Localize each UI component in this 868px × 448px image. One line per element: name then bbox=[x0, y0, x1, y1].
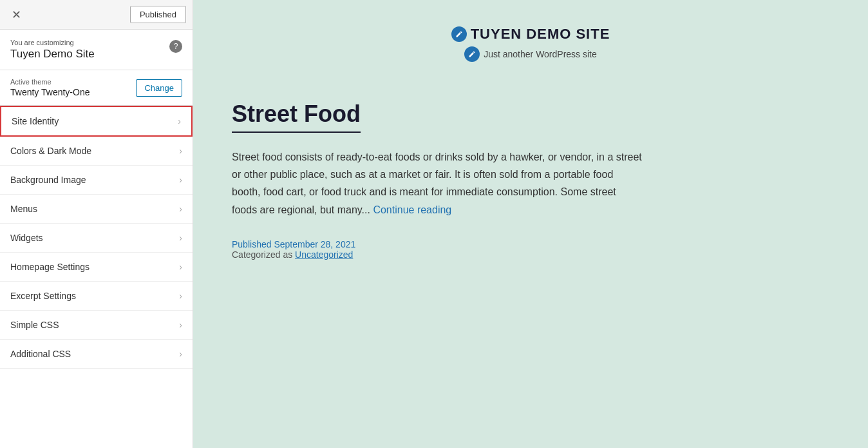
chevron-right-icon: › bbox=[179, 233, 182, 243]
active-theme-label: Active theme bbox=[10, 78, 90, 86]
customizing-label: You are customizing bbox=[10, 39, 95, 46]
chevron-right-icon: › bbox=[179, 262, 182, 272]
category-link[interactable]: Uncategorized bbox=[295, 249, 353, 260]
sidebar-menu-item-excerpt-settings[interactable]: Excerpt Settings› bbox=[0, 282, 193, 311]
sidebar-menu-item-colors--dark-mode[interactable]: Colors & Dark Mode› bbox=[0, 137, 193, 166]
menu-item-label: Widgets bbox=[10, 233, 43, 243]
preview-site-header: TUYEN DEMO SITE Just another WordPress s… bbox=[232, 26, 829, 62]
preview-article: Street Food Street food consists of read… bbox=[232, 101, 644, 260]
preview-site-title: TUYEN DEMO SITE bbox=[232, 26, 829, 43]
sidebar-menu-item-menus[interactable]: Menus› bbox=[0, 195, 193, 224]
close-button[interactable]: ✕ bbox=[6, 6, 26, 23]
help-icon[interactable]: ? bbox=[169, 40, 182, 53]
article-meta: Published September 28, 2021 Categorized… bbox=[232, 239, 644, 260]
article-title: Street Food bbox=[232, 101, 361, 133]
menu-items-container: Site Identity›Colors & Dark Mode›Backgro… bbox=[0, 106, 193, 369]
menu-item-label: Menus bbox=[10, 204, 37, 214]
menu-item-label: Site Identity bbox=[12, 116, 59, 126]
preview-site-tagline: Just another WordPress site bbox=[232, 46, 829, 62]
site-tagline-text: Just another WordPress site bbox=[484, 49, 597, 59]
chevron-right-icon: › bbox=[179, 320, 182, 330]
menu-item-label: Background Image bbox=[10, 175, 86, 185]
site-tagline-edit-icon[interactable] bbox=[464, 46, 480, 62]
customizing-section: You are customizing Tuyen Demo Site ? bbox=[0, 30, 193, 70]
sidebar-menu-item-widgets[interactable]: Widgets› bbox=[0, 224, 193, 253]
theme-name: Twenty Twenty-One bbox=[10, 87, 90, 97]
menu-item-label: Homepage Settings bbox=[10, 262, 90, 272]
customizing-site-name: Tuyen Demo Site bbox=[10, 48, 95, 61]
menu-item-label: Additional CSS bbox=[10, 349, 71, 359]
pencil-icon-2 bbox=[468, 50, 476, 58]
chevron-right-icon: › bbox=[179, 204, 182, 214]
article-published-date: Published September 28, 2021 bbox=[232, 239, 644, 249]
sidebar-menu-item-simple-css[interactable]: Simple CSS› bbox=[0, 311, 193, 340]
sidebar: ✕ Published You are customizing Tuyen De… bbox=[0, 0, 193, 448]
chevron-right-icon: › bbox=[179, 349, 182, 359]
chevron-right-icon: › bbox=[179, 175, 182, 185]
article-category: Categorized as Uncategorized bbox=[232, 249, 644, 260]
change-theme-button[interactable]: Change bbox=[136, 79, 182, 97]
published-button[interactable]: Published bbox=[130, 6, 186, 23]
menu-item-label: Colors & Dark Mode bbox=[10, 146, 91, 156]
menu-item-label: Simple CSS bbox=[10, 320, 59, 330]
article-body: Street food consists of ready-to-eat foo… bbox=[232, 148, 644, 219]
sidebar-menu-item-background-image[interactable]: Background Image› bbox=[0, 166, 193, 195]
active-theme-section: Active theme Twenty Twenty-One Change bbox=[0, 70, 193, 106]
menu-item-label: Excerpt Settings bbox=[10, 291, 76, 301]
site-title-text: TUYEN DEMO SITE bbox=[471, 26, 610, 43]
sidebar-menu-item-additional-css[interactable]: Additional CSS› bbox=[0, 340, 193, 369]
sidebar-menu-item-homepage-settings[interactable]: Homepage Settings› bbox=[0, 253, 193, 282]
chevron-right-icon: › bbox=[179, 146, 182, 156]
chevron-right-icon: › bbox=[179, 291, 182, 301]
continue-reading-link[interactable]: Continue reading bbox=[373, 204, 451, 215]
sidebar-topbar: ✕ Published bbox=[0, 0, 193, 30]
sidebar-menu-item-site-identity[interactable]: Site Identity› bbox=[0, 106, 193, 137]
pencil-icon bbox=[455, 30, 463, 38]
preview-area: TUYEN DEMO SITE Just another WordPress s… bbox=[193, 0, 868, 448]
site-title-edit-icon[interactable] bbox=[451, 26, 467, 42]
chevron-right-icon: › bbox=[178, 116, 181, 126]
